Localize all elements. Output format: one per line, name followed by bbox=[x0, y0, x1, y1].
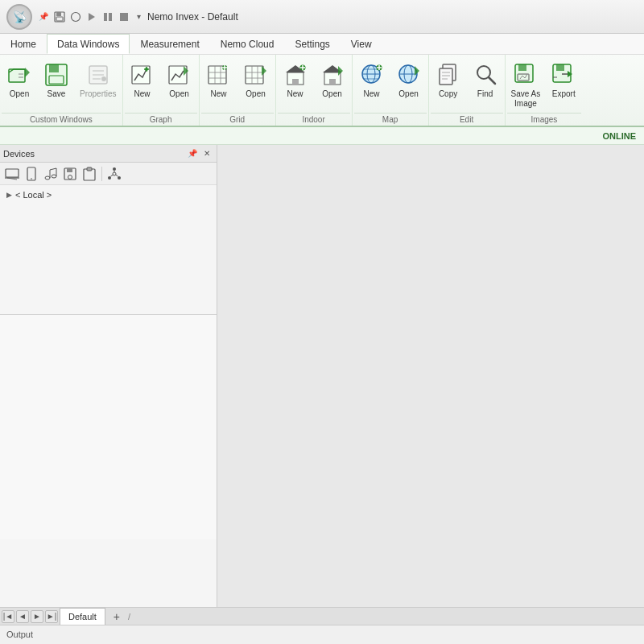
svg-rect-61 bbox=[440, 68, 452, 85]
pin-icon[interactable]: 📌 bbox=[37, 10, 50, 23]
tab-nav-last[interactable]: ►| bbox=[45, 610, 58, 623]
ribbon-group-graph: New Open Graph bbox=[123, 55, 200, 126]
svg-rect-7 bbox=[120, 13, 128, 21]
grid-new-icon bbox=[206, 62, 232, 88]
ribbon-group-edit-items: Copy Find bbox=[431, 58, 503, 113]
indoor-group-label: Indoor bbox=[278, 113, 350, 124]
svg-point-79 bbox=[31, 178, 32, 180]
close-panel-icon[interactable]: ✕ bbox=[200, 147, 213, 160]
save-as-image-label: Save As Image bbox=[511, 89, 541, 109]
play-icon[interactable] bbox=[85, 10, 98, 23]
menu-view[interactable]: View bbox=[341, 34, 382, 54]
graph-open-icon bbox=[167, 62, 192, 88]
device-tool-tablet[interactable] bbox=[23, 165, 40, 183]
output-bar: Output bbox=[0, 625, 644, 642]
btn-copy[interactable]: Copy bbox=[431, 58, 466, 101]
device-tool-network[interactable] bbox=[105, 165, 123, 183]
btn-graph-open[interactable]: Open bbox=[162, 58, 197, 101]
properties-icon bbox=[85, 62, 111, 88]
svg-point-89 bbox=[118, 176, 121, 180]
export-label: Export bbox=[552, 89, 576, 99]
map-group-label: Map bbox=[354, 113, 427, 124]
tab-default-label: Default bbox=[68, 612, 97, 621]
btn-graph-new[interactable]: New bbox=[125, 58, 160, 101]
btn-save-as-image[interactable]: Save As Image bbox=[507, 58, 545, 111]
graph-new-label: New bbox=[134, 89, 151, 99]
svg-marker-37 bbox=[262, 66, 266, 76]
main-area: Devices 📌 ✕ bbox=[0, 145, 644, 607]
menu-nemo-cloud[interactable]: Nemo Cloud bbox=[210, 34, 285, 54]
stop-icon[interactable] bbox=[118, 10, 130, 23]
tab-default[interactable]: Default bbox=[60, 608, 105, 625]
ribbon-group-indoor: New Open Indoor bbox=[276, 55, 353, 126]
device-tool-clipboard[interactable] bbox=[80, 165, 98, 183]
svg-rect-6 bbox=[109, 13, 112, 21]
svg-point-3 bbox=[72, 12, 80, 21]
output-label: Output bbox=[6, 630, 33, 639]
ribbon-group-images: Save As Image Export Images bbox=[506, 55, 584, 126]
btn-custom-open[interactable]: Open bbox=[2, 58, 37, 101]
menu-bar: Home Data Windows Measurement Nemo Cloud… bbox=[0, 34, 644, 55]
btn-indoor-new[interactable]: New bbox=[278, 58, 313, 101]
tree-item-local[interactable]: ▶ < Local > bbox=[3, 188, 213, 201]
copy-label: Copy bbox=[439, 89, 457, 99]
custom-save-label: Save bbox=[47, 89, 66, 99]
find-label: Find bbox=[477, 89, 493, 99]
grid-group-label: Grid bbox=[201, 113, 274, 124]
pin-panel-icon[interactable]: 📌 bbox=[186, 147, 199, 160]
menu-measurement[interactable]: Measurement bbox=[130, 34, 209, 54]
devices-lower-panel bbox=[0, 314, 217, 539]
circle-icon[interactable] bbox=[69, 10, 82, 23]
svg-line-66 bbox=[489, 77, 495, 84]
ribbon-group-map-items: New Open bbox=[354, 58, 427, 113]
quick-access-dropdown[interactable]: ▾ bbox=[137, 12, 141, 21]
svg-rect-71 bbox=[556, 64, 564, 71]
svg-rect-86 bbox=[87, 167, 92, 171]
btn-grid-new[interactable]: New bbox=[201, 58, 237, 101]
indoor-open-icon bbox=[320, 62, 345, 88]
menu-settings[interactable]: Settings bbox=[284, 34, 340, 54]
custom-save-icon bbox=[43, 62, 69, 88]
tab-nav-prev[interactable]: ◄ bbox=[16, 610, 29, 623]
title-bar-icons: 📌 bbox=[37, 10, 130, 23]
graph-open-label: Open bbox=[169, 89, 188, 99]
svg-point-80 bbox=[45, 176, 50, 180]
tab-add-button[interactable]: + bbox=[107, 608, 126, 625]
svg-rect-2 bbox=[56, 17, 63, 21]
antenna-icon: 📡 bbox=[13, 10, 27, 23]
tab-nav-next[interactable]: ► bbox=[31, 610, 43, 623]
svg-rect-32 bbox=[246, 66, 263, 84]
btn-grid-open[interactable]: Open bbox=[238, 58, 274, 101]
btn-indoor-open[interactable]: Open bbox=[315, 58, 350, 101]
properties-label: Properties bbox=[80, 89, 117, 99]
ribbon-group-graph-items: New Open bbox=[125, 58, 197, 113]
menu-home[interactable]: Home bbox=[0, 34, 47, 54]
btn-custom-save[interactable]: Save bbox=[39, 58, 74, 101]
svg-rect-68 bbox=[518, 64, 526, 71]
pause-icon[interactable] bbox=[101, 10, 114, 23]
map-open-icon bbox=[396, 62, 422, 88]
svg-point-84 bbox=[68, 175, 72, 179]
btn-map-new[interactable]: New bbox=[354, 58, 390, 101]
btn-export[interactable]: Export bbox=[546, 58, 581, 101]
graph-group-label: Graph bbox=[125, 113, 197, 124]
online-status-label: ONLINE bbox=[602, 131, 636, 141]
devices-header-icons: 📌 ✕ bbox=[186, 147, 213, 160]
tab-nav-first[interactable]: |◄ bbox=[2, 610, 14, 623]
ribbon-group-images-items: Save As Image Export bbox=[507, 58, 582, 113]
device-tool-music[interactable] bbox=[42, 165, 60, 183]
device-tool-disk[interactable] bbox=[61, 165, 79, 183]
btn-find[interactable]: Find bbox=[468, 58, 503, 101]
svg-marker-4 bbox=[89, 13, 95, 21]
device-tool-laptop[interactable] bbox=[3, 165, 21, 183]
ribbon-group-grid-items: New Open bbox=[201, 58, 274, 113]
online-status-bar: ONLINE bbox=[0, 127, 644, 145]
ribbon-group-edit: Copy Find Edit bbox=[429, 55, 506, 126]
menu-data-windows[interactable]: Data Windows bbox=[47, 34, 130, 54]
btn-properties[interactable]: Properties bbox=[76, 58, 121, 101]
indoor-open-label: Open bbox=[322, 89, 341, 99]
grid-open-icon bbox=[243, 62, 269, 88]
images-group-label: Images bbox=[507, 113, 582, 124]
btn-map-open[interactable]: Open bbox=[391, 58, 427, 101]
save-icon[interactable] bbox=[53, 10, 66, 23]
